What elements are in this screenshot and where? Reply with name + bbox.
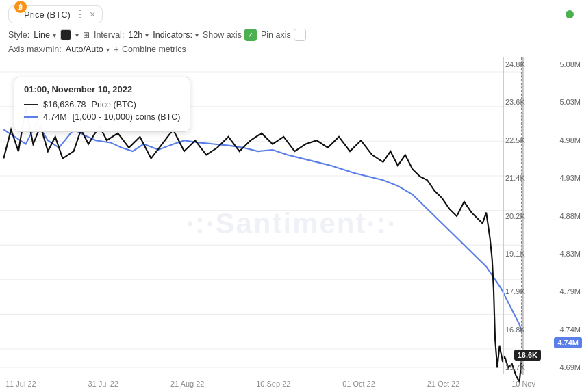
tooltip-date: 01:00, November 10, 2022 — [24, 84, 180, 94]
bitcoin-icon: ₿ — [14, 1, 27, 13]
price-axis-label-5: 19.1K — [505, 250, 540, 258]
tooltip-volume-value: 4.74M — [43, 112, 67, 122]
interval-value: 12h — [128, 30, 142, 40]
pin-axis-toggle[interactable]: Pin axis — [261, 29, 306, 41]
show-axis-check[interactable]: ✓ — [244, 29, 257, 41]
price-tab[interactable]: ₿ Price (BTC) ⋮ × — [8, 5, 103, 23]
date-label-5: 21 Oct 22 — [427, 380, 460, 388]
axis-maxmin-label: Axis max/min: — [8, 44, 62, 54]
indicators-label: Indicators: — [153, 30, 192, 40]
tooltip-price-value: $16,636.78 — [43, 100, 86, 109]
volume-axis-label-2: 4.98M — [544, 136, 581, 144]
date-label-4: 01 Oct 22 — [342, 380, 375, 388]
bottom-date-axis: 11 Jul 22 31 Jul 22 21 Aug 22 10 Sep 22 … — [0, 380, 541, 388]
date-label-3: 10 Sep 22 — [256, 380, 290, 388]
volume-axis-label-6: 4.79M — [544, 287, 581, 296]
top-bar: ₿ Price (BTC) ⋮ × — [0, 0, 582, 26]
status-indicator — [566, 10, 574, 18]
date-label-2: 21 Aug 22 — [170, 380, 205, 388]
price-axis-label-3: 21.4K — [505, 174, 540, 182]
price-line-indicator — [24, 104, 38, 106]
price-axis-label-6: 17.9K — [505, 287, 540, 296]
date-label-6: 10 Nov — [511, 380, 535, 388]
toolbar-row1: Style: Line ▾ ▾ ⊞ Interval: 12h ▾ Indica… — [0, 26, 582, 42]
interval-label: Interval: — [94, 30, 124, 40]
current-volume-badge: 4.74M — [554, 337, 582, 348]
tooltip-price-row: $16,636.78 Price (BTC) — [24, 100, 180, 109]
plus-icon: + — [114, 44, 119, 55]
style-value: Line — [34, 30, 50, 40]
tab-close-icon[interactable]: × — [90, 10, 95, 19]
price-axis-label-4: 20.2K — [505, 212, 540, 220]
interval-icon: ⊞ — [83, 30, 90, 40]
volume-axis: 5.08M 5.03M 4.98M 4.93M 4.88M 4.83M 4.79… — [542, 57, 582, 374]
interval-dropdown[interactable]: 12h ▾ — [128, 30, 149, 40]
price-axis-label-7: 16.8K — [505, 326, 540, 334]
combine-metrics-button[interactable]: + Combine metrics — [114, 44, 186, 55]
tooltip-volume-label: [1,000 - 10,000) coins (BTC) — [73, 112, 181, 122]
tab-label: Price (BTC) — [24, 10, 71, 20]
date-label-0: 11 Jul 22 — [5, 380, 36, 388]
indicators-dropdown-arrow: ▾ — [195, 31, 199, 39]
color-dropdown-arrow: ▾ — [75, 31, 79, 39]
style-dropdown[interactable]: Line ▾ — [34, 30, 56, 40]
volume-axis-label-1: 5.03M — [544, 98, 581, 106]
pin-axis-label: Pin axis — [261, 30, 291, 40]
show-axis-label: Show axis — [203, 30, 242, 40]
tooltip: 01:00, November 10, 2022 $16,636.78 Pric… — [14, 77, 190, 132]
volume-axis-label-7: 4.74M — [544, 326, 581, 334]
volume-line-indicator — [24, 116, 38, 118]
price-axis-label-1: 23.6K — [505, 98, 540, 106]
price-axis-label-8: 15.7K — [505, 363, 540, 371]
volume-axis-label-0: 5.08M — [544, 60, 581, 68]
color-dropdown[interactable]: ▾ — [75, 31, 79, 39]
color-picker[interactable] — [60, 29, 71, 40]
style-label: Style: — [8, 30, 29, 40]
axis-maxmin-arrow: ▾ — [106, 46, 110, 53]
axis-maxmin-dropdown[interactable]: Auto/Auto ▾ — [66, 44, 110, 54]
volume-axis-label-8: 4.69M — [544, 363, 581, 371]
toolbar-row2: Axis max/min: Auto/Auto ▾ + Combine metr… — [0, 42, 582, 57]
price-axis: 24.8K 23.6K 22.5K 21.4K 20.2K 19.1K 17.9… — [503, 57, 541, 374]
interval-dropdown-arrow: ▾ — [145, 31, 149, 39]
price-axis-label-0: 24.8K — [505, 60, 540, 68]
volume-axis-label-4: 4.88M — [544, 212, 581, 220]
show-axis-toggle[interactable]: Show axis ✓ — [203, 29, 257, 41]
volume-axis-label-3: 4.93M — [544, 174, 581, 182]
chart-container: ·:·Santiment·:· 01:00, November 10, 2022… — [0, 57, 582, 389]
tooltip-volume-row: 4.74M [1,000 - 10,000) coins (BTC) — [24, 112, 180, 122]
axis-maxmin-value: Auto/Auto — [66, 44, 103, 54]
tab-options-icon[interactable]: ⋮ — [75, 9, 86, 20]
combine-metrics-label: Combine metrics — [122, 44, 186, 54]
current-price-badge: 16.6K — [514, 350, 541, 361]
style-dropdown-arrow: ▾ — [53, 31, 56, 39]
price-axis-label-2: 22.5K — [505, 136, 540, 144]
pin-axis-check[interactable] — [294, 29, 306, 41]
indicators-dropdown[interactable]: Indicators: ▾ — [153, 30, 199, 40]
date-label-1: 31 Jul 22 — [88, 380, 118, 388]
volume-axis-label-5: 4.83M — [544, 250, 581, 258]
tooltip-price-label: Price (BTC) — [92, 100, 136, 109]
